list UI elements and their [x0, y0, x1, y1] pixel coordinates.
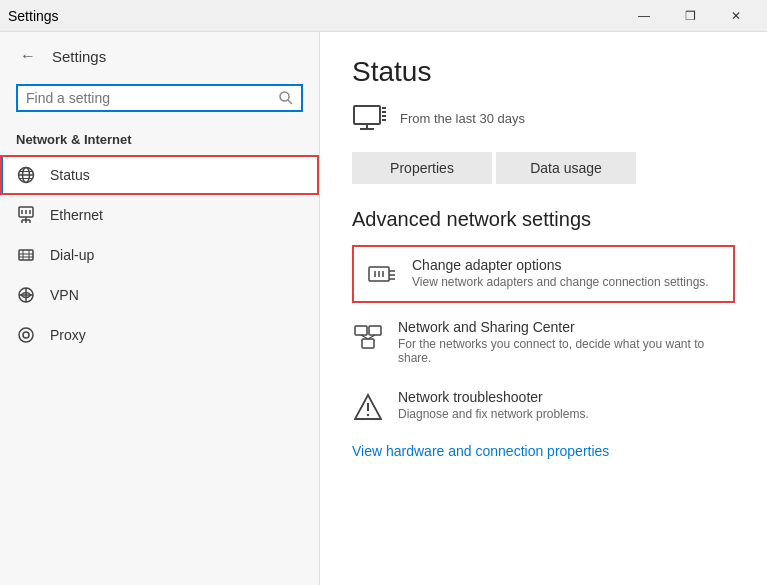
troubleshooter-icon: [352, 391, 384, 423]
svg-point-47: [367, 414, 369, 416]
svg-point-0: [280, 92, 289, 101]
hardware-properties-link[interactable]: View hardware and connection properties: [352, 435, 735, 467]
svg-rect-42: [362, 339, 374, 348]
sidebar-item-status[interactable]: Status: [0, 155, 319, 195]
svg-rect-16: [19, 250, 33, 260]
action-buttons: Properties Data usage: [352, 152, 735, 184]
dialup-icon: [16, 245, 36, 265]
sidebar-item-proxy[interactable]: Proxy: [0, 315, 319, 355]
page-title: Status: [352, 56, 735, 88]
sidebar-item-vpn-label: VPN: [50, 287, 79, 303]
sharing-icon: [352, 321, 384, 353]
search-input[interactable]: [26, 90, 273, 106]
sidebar-item-ethernet[interactable]: Ethernet: [0, 195, 319, 235]
app-body: ← Settings Network & Internet: [0, 32, 767, 585]
network-status-icon: [352, 100, 388, 136]
sidebar-header: ← Settings: [0, 32, 319, 80]
sidebar-item-status-label: Status: [50, 167, 90, 183]
ethernet-icon: [16, 205, 36, 225]
main-content: Status From the last 30 days Properties …: [320, 32, 767, 585]
change-adapter-desc: View network adapters and change connect…: [412, 275, 709, 289]
svg-line-1: [288, 100, 292, 104]
close-button[interactable]: ✕: [713, 0, 759, 32]
troubleshooter-desc: Diagnose and fix network problems.: [398, 407, 589, 421]
restore-button[interactable]: ❒: [667, 0, 713, 32]
sidebar-item-proxy-label: Proxy: [50, 327, 86, 343]
search-box[interactable]: [16, 84, 303, 112]
status-row: From the last 30 days: [352, 100, 735, 136]
titlebar: Settings — ❒ ✕: [0, 0, 767, 32]
sidebar-section-title: Network & Internet: [0, 124, 319, 155]
troubleshooter-item[interactable]: Network troubleshooter Diagnose and fix …: [352, 377, 735, 435]
back-button[interactable]: ←: [16, 44, 40, 68]
sidebar-item-vpn[interactable]: VPN: [0, 275, 319, 315]
sharing-center-desc: For the networks you connect to, decide …: [398, 337, 735, 365]
titlebar-title: Settings: [8, 8, 59, 24]
globe-icon: [16, 165, 36, 185]
sidebar: ← Settings Network & Internet: [0, 32, 320, 585]
status-subtitle: From the last 30 days: [400, 111, 525, 126]
vpn-icon: [16, 285, 36, 305]
sharing-center-item[interactable]: Network and Sharing Center For the netwo…: [352, 307, 735, 377]
sidebar-item-dialup[interactable]: Dial-up: [0, 235, 319, 275]
svg-rect-41: [369, 326, 381, 335]
svg-point-25: [23, 332, 29, 338]
data-usage-button[interactable]: Data usage: [496, 152, 636, 184]
advanced-section-title: Advanced network settings: [352, 208, 735, 231]
sidebar-item-dialup-label: Dial-up: [50, 247, 94, 263]
troubleshooter-text: Network troubleshooter Diagnose and fix …: [398, 389, 589, 421]
titlebar-controls: — ❒ ✕: [621, 0, 759, 32]
troubleshooter-title: Network troubleshooter: [398, 389, 589, 405]
adapter-icon: [366, 259, 398, 291]
sharing-center-title: Network and Sharing Center: [398, 319, 735, 335]
svg-rect-40: [355, 326, 367, 335]
sidebar-app-title: Settings: [52, 48, 106, 65]
search-icon: [279, 91, 293, 105]
titlebar-left: Settings: [8, 8, 59, 24]
change-adapter-title: Change adapter options: [412, 257, 709, 273]
properties-button[interactable]: Properties: [352, 152, 492, 184]
minimize-button[interactable]: —: [621, 0, 667, 32]
svg-rect-26: [354, 106, 380, 124]
sidebar-item-ethernet-label: Ethernet: [50, 207, 103, 223]
change-adapter-item[interactable]: Change adapter options View network adap…: [352, 245, 735, 303]
proxy-icon: [16, 325, 36, 345]
change-adapter-text: Change adapter options View network adap…: [412, 257, 709, 289]
svg-point-24: [19, 328, 33, 342]
sharing-center-text: Network and Sharing Center For the netwo…: [398, 319, 735, 365]
